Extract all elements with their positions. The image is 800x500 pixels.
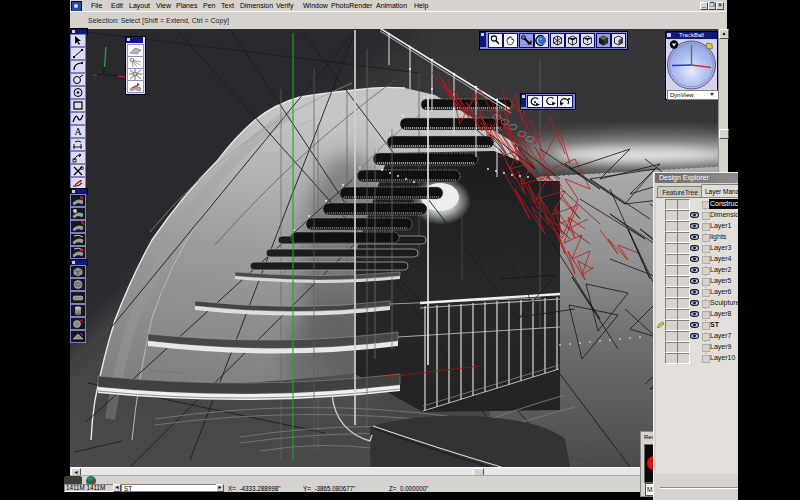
svg-text:A: A <box>74 126 82 137</box>
